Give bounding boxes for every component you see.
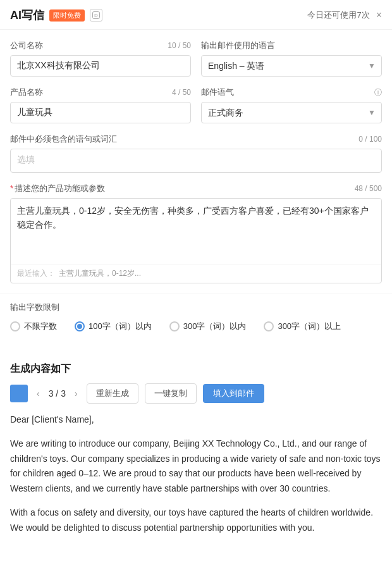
copy-button[interactable]: 一键复制 bbox=[145, 383, 197, 404]
radio-300[interactable]: 300字（词）以内 bbox=[169, 321, 247, 332]
generated-paragraph2: We are writing to introduce our company,… bbox=[10, 436, 382, 497]
regenerate-button[interactable]: 重新生成 bbox=[87, 383, 138, 404]
radio-circle-unlimited bbox=[10, 321, 20, 331]
radio-label-300: 300字（词）以内 bbox=[183, 321, 247, 332]
language-select[interactable]: English – 英语 中文 bbox=[201, 55, 382, 77]
description-textarea[interactable] bbox=[11, 199, 381, 262]
recent-input-label: 最近输入： bbox=[17, 268, 55, 279]
required-star: * bbox=[10, 183, 13, 193]
header-left: AI写信 限时免费 D bbox=[10, 8, 102, 23]
radio-300plus[interactable]: 300字（词）以上 bbox=[264, 321, 341, 332]
language-select-wrapper: English – 英语 中文 ▼ bbox=[201, 55, 382, 77]
product-name-input[interactable] bbox=[10, 102, 191, 123]
description-group: *描述您的产品功能或参数 48 / 500 最近输入： 主营儿童玩具，0-12岁… bbox=[10, 183, 382, 283]
radio-label-100: 100字（词）以内 bbox=[89, 321, 152, 332]
tone-label: 邮件语气 ⓘ bbox=[201, 87, 382, 98]
generate-section: 生成内容如下 ‹ 3 / 3 › 重新生成 一键复制 填入到邮件 Dear [C… bbox=[0, 352, 392, 557]
row-product-tone: 产品名称 4 / 50 邮件语气 ⓘ 正式商务 友好 简洁 ▼ bbox=[10, 87, 382, 123]
product-name-group: 产品名称 4 / 50 bbox=[10, 87, 191, 123]
radio-circle-300 bbox=[169, 321, 180, 331]
keywords-label: 邮件中必须包含的语句或词汇 0 / 100 bbox=[10, 133, 382, 145]
radio-circle-100 bbox=[75, 321, 85, 331]
generated-greeting: Dear [Client's Name], bbox=[10, 412, 382, 428]
keywords-input[interactable]: 选填 bbox=[10, 149, 382, 173]
color-block bbox=[10, 385, 28, 402]
spacer bbox=[0, 340, 392, 352]
word-limit-label: 输出字数限制 bbox=[10, 302, 382, 313]
free-badge: 限时免费 bbox=[49, 9, 85, 22]
radio-unlimited[interactable]: 不限字数 bbox=[10, 321, 57, 332]
fill-button[interactable]: 填入到邮件 bbox=[203, 384, 264, 403]
radio-100[interactable]: 100字（词）以内 bbox=[75, 321, 152, 332]
page-indicator: 3 / 3 bbox=[49, 388, 66, 399]
pagination-bar: ‹ 3 / 3 › 重新生成 一键复制 填入到邮件 bbox=[10, 383, 382, 404]
tone-select[interactable]: 正式商务 友好 简洁 bbox=[201, 102, 382, 123]
company-name-group: 公司名称 10 / 50 bbox=[10, 40, 191, 77]
header: AI写信 限时免费 D 今日还可使用7次 × bbox=[0, 0, 392, 30]
radio-label-unlimited: 不限字数 bbox=[24, 321, 57, 332]
tone-select-wrapper: 正式商务 友好 简洁 ▼ bbox=[201, 102, 382, 123]
description-label: *描述您的产品功能或参数 48 / 500 bbox=[10, 183, 382, 194]
company-name-input[interactable] bbox=[10, 55, 191, 77]
app-title: AI写信 bbox=[10, 8, 44, 23]
row-keywords: 邮件中必须包含的语句或词汇 0 / 100 选填 bbox=[10, 133, 382, 173]
usage-text: 今日还可使用7次 bbox=[307, 9, 369, 21]
recent-input-value: 主营儿童玩具，0-12岁... bbox=[59, 268, 141, 279]
language-label: 输出邮件使用的语言 bbox=[201, 40, 382, 51]
language-group: 输出邮件使用的语言 English – 英语 中文 ▼ bbox=[201, 40, 382, 77]
description-textarea-wrapper: 最近输入： 主营儿童玩具，0-12岁... bbox=[10, 198, 382, 283]
generated-text: Dear [Client's Name], We are writing to … bbox=[10, 412, 382, 557]
textarea-footer: 最近输入： 主营儿童玩具，0-12岁... bbox=[11, 264, 381, 283]
row-company-language: 公司名称 10 / 50 输出邮件使用的语言 English – 英语 中文 ▼ bbox=[10, 40, 382, 77]
form-content: 公司名称 10 / 50 输出邮件使用的语言 English – 英语 中文 ▼… bbox=[0, 30, 392, 283]
next-page-button[interactable]: › bbox=[72, 387, 80, 400]
info-icon[interactable]: D bbox=[90, 9, 102, 22]
radio-group: 不限字数 100字（词）以内 300字（词）以内 300字（词）以上 bbox=[10, 321, 382, 332]
close-button[interactable]: × bbox=[376, 10, 382, 20]
prev-page-button[interactable]: ‹ bbox=[34, 387, 42, 400]
tone-group: 邮件语气 ⓘ 正式商务 友好 简洁 ▼ bbox=[201, 87, 382, 123]
word-limit-section: 输出字数限制 不限字数 100字（词）以内 300字（词）以内 300字（词）以… bbox=[0, 294, 392, 340]
keywords-group: 邮件中必须包含的语句或词汇 0 / 100 选填 bbox=[10, 133, 382, 173]
svg-text:D: D bbox=[94, 13, 98, 18]
generate-title: 生成内容如下 bbox=[10, 362, 382, 376]
row-description: *描述您的产品功能或参数 48 / 500 最近输入： 主营儿童玩具，0-12岁… bbox=[10, 183, 382, 283]
generated-paragraph3: With a focus on safety and diversity, ou… bbox=[10, 505, 382, 536]
product-name-label: 产品名称 4 / 50 bbox=[10, 87, 191, 98]
tone-hint[interactable]: ⓘ bbox=[374, 87, 382, 98]
company-name-label: 公司名称 10 / 50 bbox=[10, 40, 191, 51]
radio-circle-300plus bbox=[264, 321, 274, 331]
header-right: 今日还可使用7次 × bbox=[307, 9, 382, 21]
radio-label-300plus: 300字（词）以上 bbox=[278, 321, 341, 332]
keywords-placeholder: 选填 bbox=[17, 154, 35, 164]
